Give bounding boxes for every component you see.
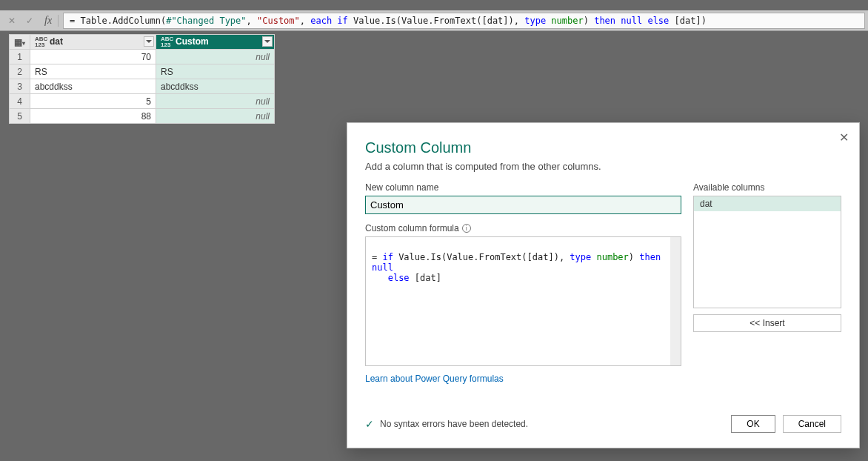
fx-icon[interactable]: fx [39,15,59,27]
new-column-name-input[interactable] [365,196,681,214]
cell-dat[interactable]: 70 [30,50,156,64]
formula-token: then [594,16,621,26]
column-header-dat[interactable]: ABC 123dat [30,35,156,50]
row-index: 1 [10,50,30,64]
cell-custom[interactable]: abcddkss [156,79,275,94]
table-corner-icon[interactable]: ▦▾ [10,35,30,50]
scrollbar[interactable] [670,237,681,365]
formula-input[interactable]: = Table.AddColumn(#"Changed Type", "Cust… [63,13,865,29]
row-index: 3 [10,79,30,94]
available-columns-label: Available columns [693,182,841,193]
formula-label-text: Custom column formula [365,223,459,233]
new-column-name-label: New column name [365,182,681,193]
formula-token: each [310,16,337,26]
formula-token: , [247,16,257,26]
cell-custom[interactable]: null [156,109,275,124]
cell-dat[interactable]: abcddkss [30,79,156,94]
formula-editor[interactable]: = if Value.Is(Value.FromText([dat]), typ… [365,236,681,366]
column-name: dat [50,36,63,47]
formula-token: [dat]) [675,16,707,26]
formula-token: else [647,16,674,26]
formula-token: ) [584,16,594,26]
status-text: No syntax errors have been detected. [380,419,528,429]
formula-token: "Custom" [257,16,300,26]
cell-custom[interactable]: RS [156,64,275,79]
row-index: 2 [10,64,30,79]
formula-token: number [551,16,583,26]
dialog-subtitle: Add a column that is computed from the o… [365,161,841,172]
type-icon: ABC 123 [35,36,48,48]
cell-custom[interactable]: null [156,50,275,64]
column-name: Custom [176,36,209,47]
formula-commit-icon[interactable]: ✓ [21,13,39,29]
cell-dat[interactable]: 88 [30,109,156,124]
cell-dat[interactable]: RS [30,64,156,79]
row-index: 5 [10,109,30,124]
table-row[interactable]: 2 RS RS [10,64,275,79]
formula-label: Custom column formula i [365,223,681,233]
formula-token: = Table.AddColumn( [70,16,166,26]
filter-dropdown-icon[interactable] [144,36,154,47]
filter-dropdown-icon[interactable] [262,36,273,47]
formula-token: , [300,16,310,26]
learn-link[interactable]: Learn about Power Query formulas [365,374,504,384]
available-column-item[interactable]: dat [694,196,841,211]
formula-token: if [337,16,353,26]
available-columns-list[interactable]: dat [693,196,841,308]
cancel-button[interactable]: Cancel [783,415,841,433]
check-icon: ✓ [365,418,374,430]
cell-dat[interactable]: 5 [30,94,156,109]
type-icon: ABC 123 [161,36,174,48]
table-row[interactable]: 5 88 null [10,109,275,124]
formula-token: type [524,16,551,26]
custom-column-dialog: ✕ Custom Column Add a column that is com… [347,122,860,448]
formula-bar: ✕ ✓ fx = Table.AddColumn(#"Changed Type"… [0,10,868,31]
formula-cancel-icon[interactable]: ✕ [3,13,21,29]
status-bar: ✓ No syntax errors have been detected. [365,418,528,430]
table-row[interactable]: 4 5 null [10,94,275,109]
preview-table: ▦▾ ABC 123dat ABC 123Custom 1 70 null 2 … [9,34,275,124]
table-row[interactable]: 3 abcddkss abcddkss [10,79,275,94]
formula-token: null [621,16,647,26]
column-header-custom[interactable]: ABC 123Custom [156,35,275,50]
insert-button[interactable]: << Insert [693,314,841,332]
formula-token: Value.Is(Value.FromText([dat]), [353,16,524,26]
close-icon[interactable]: ✕ [839,130,849,145]
row-index: 4 [10,94,30,109]
formula-token: #"Changed Type" [166,16,246,26]
dialog-title: Custom Column [365,139,841,156]
cell-custom[interactable]: null [156,94,275,109]
ok-button[interactable]: OK [731,415,775,433]
table-row[interactable]: 1 70 null [10,50,275,64]
info-icon[interactable]: i [462,224,471,233]
